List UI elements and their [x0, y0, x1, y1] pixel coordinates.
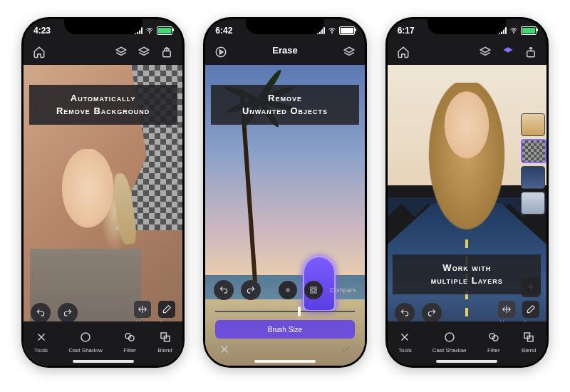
svg-point-7	[331, 33, 332, 33]
notch	[64, 17, 142, 34]
phone-1: 4:23 Automatically Remove Background	[21, 17, 185, 368]
shadow-icon	[78, 329, 93, 345]
wifi-icon	[145, 26, 154, 35]
filter-icon	[486, 329, 502, 345]
filter-icon	[122, 329, 138, 345]
svg-point-9	[286, 288, 290, 292]
svg-point-12	[513, 33, 514, 33]
cancel-button[interactable]	[217, 341, 232, 357]
svg-rect-1	[163, 51, 171, 57]
canvas[interactable]: + Work with multiple Layers Move Erase T…	[388, 65, 546, 366]
bottom-toolbar: Tools Cast Shadow Filter Blend	[388, 321, 546, 366]
shadow-icon	[442, 329, 457, 345]
blend-button[interactable]: Blend	[157, 329, 173, 354]
layers-panel	[521, 113, 544, 215]
brush-mode-button[interactable]	[279, 281, 297, 299]
brush-size-button[interactable]: Brush Size	[215, 320, 354, 339]
confirm-button[interactable]	[338, 341, 353, 357]
svg-point-0	[150, 33, 150, 33]
home-indicator[interactable]	[436, 360, 497, 363]
layer-thumb-4[interactable]	[521, 192, 545, 215]
undo-button[interactable]	[31, 303, 51, 323]
tools-button[interactable]: Tools	[397, 329, 413, 354]
svg-point-11	[311, 289, 315, 292]
eraser-icon	[158, 301, 175, 318]
layers-active-icon[interactable]	[501, 45, 515, 59]
canvas[interactable]: Automatically Remove Background Move Era…	[24, 65, 182, 366]
erase-subbar: Compare	[205, 279, 364, 301]
redo-button[interactable]	[241, 280, 261, 300]
promo-text: Work with multiple Layers	[393, 254, 541, 294]
screenshots-row: 4:23 Automatically Remove Background	[0, 0, 570, 385]
home-indicator[interactable]	[254, 360, 316, 363]
phone-3: 6:17 + Work with multiple Layers	[385, 17, 549, 368]
share-icon[interactable]	[524, 45, 538, 59]
clock: 4:23	[33, 26, 51, 36]
layers-icon[interactable]	[114, 45, 128, 59]
slider-thumb[interactable]	[298, 306, 301, 316]
top-toolbar	[24, 42, 182, 65]
battery-icon	[339, 26, 355, 35]
move-icon	[134, 301, 151, 318]
blend-icon	[157, 329, 173, 345]
notch	[428, 17, 506, 34]
brush-size-slider[interactable]	[215, 306, 354, 317]
svg-point-14	[445, 333, 454, 341]
mask-mode-button[interactable]	[304, 281, 323, 299]
bottom-toolbar: Tools Cast Shadow Filter Blend	[24, 321, 182, 366]
cast-shadow-button[interactable]: Cast Shadow	[68, 329, 103, 354]
tools-icon	[33, 329, 49, 345]
move-icon	[498, 301, 515, 318]
layer-thumb-1[interactable]	[521, 113, 545, 136]
tools-button[interactable]: Tools	[33, 329, 49, 354]
share-icon[interactable]	[160, 45, 174, 59]
home-indicator[interactable]	[73, 360, 134, 363]
filter-button[interactable]: Filter	[122, 329, 138, 354]
home-icon[interactable]	[32, 45, 46, 59]
tools-icon	[397, 329, 413, 345]
filter-button[interactable]: Filter	[486, 329, 502, 354]
phone-2: 6:42 Erase Remove Unwanted Objects	[203, 17, 366, 368]
blend-button[interactable]: Blend	[521, 329, 537, 354]
clock: 6:42	[215, 26, 232, 36]
promo-text: Automatically Remove Background	[29, 85, 177, 125]
redo-button[interactable]	[422, 303, 442, 323]
wifi-icon	[509, 26, 518, 35]
promo-text: Remove Unwanted Objects	[211, 85, 359, 125]
undo-button[interactable]	[214, 280, 234, 300]
wifi-icon	[328, 26, 336, 35]
notch	[246, 17, 324, 34]
eraser-icon	[522, 301, 539, 318]
svg-point-2	[81, 333, 90, 341]
compare-button[interactable]: Compare	[330, 287, 356, 294]
cast-shadow-button[interactable]: Cast Shadow	[432, 329, 467, 354]
redo-button[interactable]	[58, 303, 78, 323]
canvas[interactable]: Remove Unwanted Objects Compare Brush Si…	[205, 65, 364, 366]
clock: 6:17	[398, 26, 415, 36]
layers2-icon[interactable]	[137, 45, 151, 59]
screen-title: Erase	[205, 45, 364, 56]
battery-icon	[157, 26, 172, 35]
top-toolbar	[388, 42, 546, 65]
blend-icon	[521, 329, 537, 345]
layer-thumb-2[interactable]	[521, 139, 546, 163]
undo-button[interactable]	[395, 303, 415, 323]
layers-icon[interactable]	[478, 45, 492, 59]
layer-thumb-3[interactable]	[521, 166, 545, 189]
battery-icon	[521, 26, 537, 35]
svg-rect-13	[527, 51, 535, 57]
home-icon[interactable]	[396, 45, 410, 59]
